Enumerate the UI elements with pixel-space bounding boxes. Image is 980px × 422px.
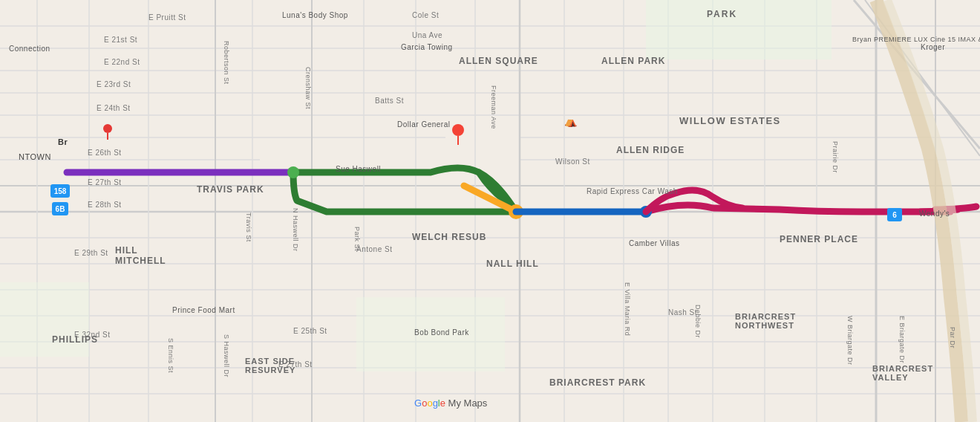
- map-background: [0, 0, 980, 422]
- map-container: ⛺ 158 6B 6 ALLEN SQUARE ALLEN PARK WILLO…: [0, 0, 980, 422]
- google-logo: Google My Maps: [414, 397, 487, 409]
